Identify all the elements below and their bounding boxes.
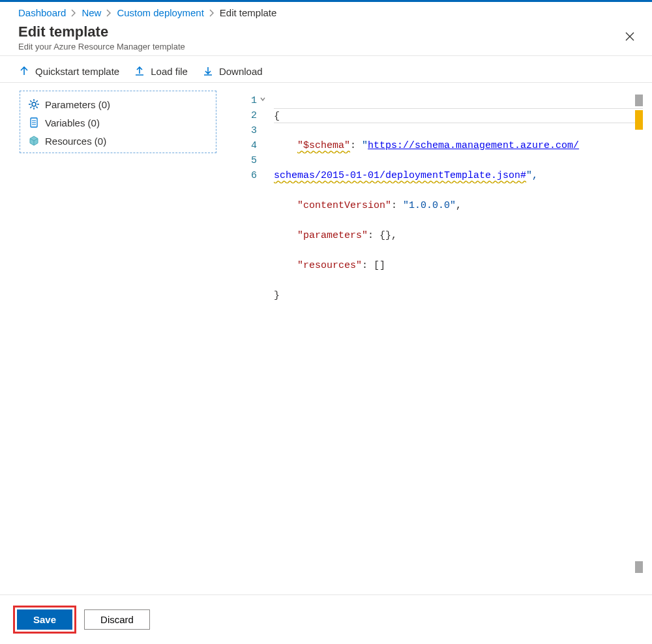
- cube-icon: [28, 135, 40, 147]
- breadcrumb-item-new[interactable]: New: [82, 7, 101, 18]
- line-number: 2: [251, 110, 257, 121]
- breadcrumb: Dashboard New Custom deployment Edit tem…: [0, 2, 652, 23]
- load-file-button[interactable]: Load file: [134, 65, 188, 77]
- minimap-marker: [635, 561, 643, 573]
- chevron-right-icon: [104, 8, 114, 18]
- toolbar-label: Load file: [151, 66, 188, 77]
- save-button[interactable]: Save: [17, 609, 72, 630]
- toolbar-label: Download: [219, 66, 263, 77]
- breadcrumb-item-edit-template: Edit template: [220, 7, 277, 18]
- chevron-right-icon: [68, 8, 79, 18]
- code-line[interactable]: }: [274, 288, 643, 303]
- code-line[interactable]: "parameters": {},: [274, 228, 643, 243]
- footer: Save Discard: [0, 594, 652, 644]
- svg-point-0: [32, 102, 36, 106]
- editor-content[interactable]: { "$schema": "https://schema.management.…: [261, 91, 643, 573]
- download-button[interactable]: Download: [202, 65, 263, 77]
- document-icon: [28, 117, 40, 128]
- tree-item-variables[interactable]: Variables (0): [20, 113, 216, 132]
- discard-button[interactable]: Discard: [84, 609, 150, 630]
- breadcrumb-item-custom-deployment[interactable]: Custom deployment: [117, 7, 203, 18]
- code-line[interactable]: schemas/2015-01-01/deploymentTemplate.js…: [274, 168, 643, 183]
- tree-item-resources[interactable]: Resources (0): [20, 132, 216, 150]
- code-editor[interactable]: 1 2 3 4 5 6 { "$schema": "https://schema…: [227, 91, 643, 573]
- minimap-marker: [635, 95, 643, 106]
- svg-line-8: [37, 100, 38, 102]
- upload-icon: [134, 65, 145, 77]
- toolbar: Quickstart template Load file Download: [0, 56, 652, 83]
- main-content: Parameters (0) Variables (0) Resources (…: [0, 83, 652, 569]
- line-number: 6: [251, 170, 257, 181]
- close-button[interactable]: [621, 27, 639, 46]
- tree-label: Resources (0): [45, 136, 106, 147]
- editor-gutter: 1 2 3 4 5 6: [227, 91, 261, 573]
- svg-line-7: [30, 107, 31, 108]
- code-line[interactable]: "$schema": "https://schema.management.az…: [274, 138, 643, 153]
- gear-icon: [28, 98, 40, 110]
- page-header: Edit template Edit your Azure Resource M…: [0, 23, 652, 56]
- tree-item-parameters[interactable]: Parameters (0): [20, 95, 216, 113]
- code-line[interactable]: {: [274, 108, 643, 123]
- page-subtitle: Edit your Azure Resource Manager templat…: [18, 42, 634, 51]
- close-icon: [625, 31, 635, 42]
- line-number: 4: [251, 140, 257, 151]
- svg-line-6: [37, 107, 38, 108]
- svg-line-5: [30, 100, 31, 102]
- chevron-right-icon: [207, 8, 217, 18]
- minimap-warning-marker: [635, 110, 643, 130]
- code-line[interactable]: "resources": []: [274, 258, 643, 273]
- code-line[interactable]: "contentVersion": "1.0.0.0",: [274, 198, 643, 213]
- line-number: 3: [251, 125, 257, 136]
- tree-label: Parameters (0): [45, 99, 110, 110]
- page-title: Edit template: [18, 23, 634, 40]
- editor-minimap[interactable]: [634, 91, 643, 573]
- download-icon: [202, 65, 214, 77]
- line-number: 5: [251, 155, 257, 166]
- quickstart-template-button[interactable]: Quickstart template: [18, 65, 119, 77]
- template-tree: Parameters (0) Variables (0) Resources (…: [20, 91, 216, 153]
- fold-chevron-icon[interactable]: [259, 96, 266, 102]
- breadcrumb-item-dashboard[interactable]: Dashboard: [18, 7, 66, 18]
- toolbar-label: Quickstart template: [35, 66, 119, 77]
- tree-label: Variables (0): [45, 117, 100, 128]
- arrow-up-icon: [18, 65, 30, 77]
- highlight-box: Save: [13, 606, 76, 634]
- line-number: 1: [251, 95, 257, 106]
